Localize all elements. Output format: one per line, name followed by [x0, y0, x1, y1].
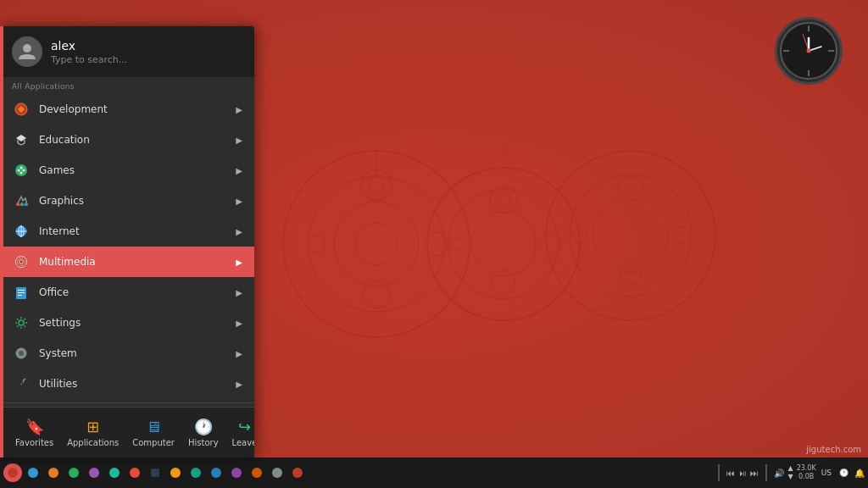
media-play[interactable]: ⏯	[738, 469, 747, 478]
user-name: alex	[51, 39, 242, 53]
graphics-icon	[12, 191, 31, 210]
svg-point-44	[16, 202, 19, 206]
leave-label: Leave	[232, 438, 254, 447]
tray-separator	[718, 464, 720, 481]
taskbar-icon-4[interactable]	[64, 463, 83, 482]
svg-point-41	[23, 169, 25, 172]
taskbar-icon-11[interactable]	[207, 463, 225, 482]
svg-point-14	[540, 234, 560, 254]
menu-item-graphics[interactable]: Graphics ▶	[0, 186, 254, 216]
svg-point-36	[23, 44, 31, 53]
shortcut-computer[interactable]: 🖥 Computer	[125, 414, 181, 451]
office-label: Office	[39, 286, 236, 298]
graphics-label: Graphics	[39, 195, 236, 207]
menu-item-office[interactable]: Office ▶	[0, 277, 254, 308]
shortcut-history[interactable]: 🕐 History	[181, 414, 225, 451]
menu-item-education[interactable]: Education ▶	[0, 125, 254, 155]
multimedia-icon	[12, 252, 31, 271]
svg-point-63	[48, 468, 58, 478]
svg-point-5	[369, 177, 384, 192]
media-prev[interactable]: ⏮	[726, 469, 735, 478]
svg-point-2	[334, 202, 419, 286]
multimedia-label: Multimedia	[39, 256, 236, 268]
taskbar: ⏮ ⏯ ⏭ 🔊 ▲ ▼ 23.0K 0.0B US 🕐 🔔	[0, 458, 868, 488]
leave-icon: ↪	[238, 418, 251, 435]
taskbar-icon-13[interactable]	[248, 463, 266, 482]
menu-items-list: Development ▶ Education ▶ Games ▶	[0, 94, 254, 399]
education-arrow: ▶	[236, 136, 242, 145]
search-placeholder[interactable]: Type to search...	[51, 54, 242, 65]
internet-arrow: ▶	[236, 227, 242, 236]
svg-point-60	[19, 351, 24, 356]
menu-item-system[interactable]: System ▶	[0, 338, 254, 369]
internet-icon	[12, 222, 31, 241]
svg-point-42	[20, 167, 23, 169]
taskbar-icon-10[interactable]	[186, 463, 205, 482]
applications-label: Applications	[67, 438, 119, 447]
taskbar-icon-3[interactable]	[44, 463, 63, 482]
menu-item-internet[interactable]: Internet ▶	[0, 216, 254, 247]
taskbar-icon-12[interactable]	[227, 463, 246, 482]
svg-point-58	[19, 320, 24, 325]
shortcut-leave[interactable]: ↪ Leave	[225, 414, 254, 451]
svg-point-61	[8, 468, 18, 478]
volume-icon[interactable]: 🔊	[774, 469, 784, 478]
office-arrow: ▶	[236, 288, 242, 297]
clock-widget	[775, 17, 843, 85]
menu-divider	[0, 402, 254, 403]
svg-point-0	[283, 151, 470, 337]
svg-point-13	[497, 193, 510, 207]
development-arrow: ▶	[236, 105, 242, 114]
network-indicator[interactable]: ▲ ▼	[787, 464, 793, 480]
start-menu: alex Type to search... All Applications …	[0, 26, 254, 458]
taskbar-icons	[3, 463, 715, 482]
svg-point-3	[355, 223, 398, 265]
section-label: All Applications	[0, 77, 254, 94]
education-icon	[12, 130, 31, 149]
tray-clock: 🕐	[837, 469, 851, 477]
menu-item-development[interactable]: Development ▶	[0, 94, 254, 125]
menu-item-games[interactable]: Games ▶	[0, 155, 254, 186]
taskbar-right: ⏮ ⏯ ⏭ 🔊 ▲ ▼ 23.0K 0.0B US 🕐 🔔	[715, 464, 865, 481]
taskbar-icon-6[interactable]	[105, 463, 124, 482]
taskbar-icon-14[interactable]	[268, 463, 287, 482]
taskbar-icon-8[interactable]	[146, 463, 164, 482]
favorites-icon: 🔖	[25, 418, 44, 435]
taskbar-icon-5[interactable]	[85, 463, 103, 482]
system-arrow: ▶	[236, 349, 242, 358]
utilities-label: Utilities	[39, 378, 236, 390]
svg-point-8	[363, 281, 390, 308]
taskbar-icon-7[interactable]	[125, 463, 144, 482]
svg-point-10	[448, 189, 559, 299]
svg-point-23	[620, 263, 642, 285]
taskbar-icon-15[interactable]	[288, 463, 307, 482]
taskbar-icon-9[interactable]	[166, 463, 185, 482]
shortcut-favorites[interactable]: 🔖 Favorites	[8, 414, 60, 451]
svg-point-69	[170, 468, 181, 478]
media-next[interactable]: ⏭	[750, 469, 759, 478]
games-arrow: ▶	[236, 166, 242, 175]
language-indicator[interactable]: US	[820, 469, 833, 477]
taskbar-icon-1[interactable]	[3, 463, 22, 482]
utilities-icon	[12, 374, 31, 393]
svg-point-74	[272, 468, 282, 478]
shortcut-applications[interactable]: ⊞ Applications	[60, 414, 125, 451]
settings-arrow: ▶	[236, 319, 242, 328]
svg-point-11	[471, 212, 536, 276]
games-label: Games	[39, 164, 236, 176]
svg-point-43	[20, 172, 23, 175]
development-icon	[12, 100, 31, 119]
svg-rect-55	[18, 290, 25, 291]
history-icon: 🕐	[194, 418, 213, 435]
menu-item-utilities[interactable]: Utilities ▶	[0, 369, 254, 399]
svg-point-75	[292, 468, 303, 478]
taskbar-icon-2[interactable]	[24, 463, 42, 482]
system-label: System	[39, 347, 236, 359]
tray-sep-2	[765, 464, 767, 481]
menu-item-settings[interactable]: Settings ▶	[0, 308, 254, 338]
computer-icon: 🖥	[146, 418, 161, 435]
multimedia-arrow: ▶	[236, 258, 242, 267]
menu-item-multimedia[interactable]: Multimedia ▶	[0, 247, 254, 277]
notification-icon[interactable]: 🔔	[854, 469, 865, 478]
svg-point-71	[211, 468, 221, 478]
